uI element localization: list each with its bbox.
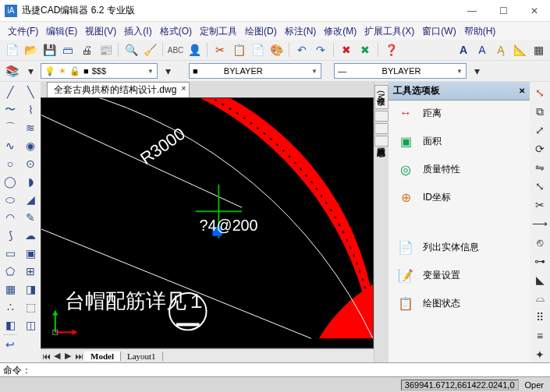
cut-icon[interactable]: ✂ — [211, 41, 229, 58]
menu-extended-tools[interactable]: 扩展工具(X) — [361, 23, 417, 40]
tab-nav-last[interactable]: ⏭ — [73, 351, 84, 361]
textstyle-a3-icon[interactable]: Ą — [492, 41, 509, 58]
palette-item-id[interactable]: ⊕ID坐标 — [392, 188, 527, 207]
wedge-icon[interactable]: ◢ — [22, 191, 39, 208]
move-icon[interactable]: ⤡ — [531, 85, 548, 101]
tab-nav-next[interactable]: ▶ — [62, 351, 73, 361]
new-icon[interactable]: 📄 — [3, 41, 20, 58]
circle3-icon[interactable]: ⊙ — [22, 155, 39, 172]
vtab-modify[interactable]: 修改(M) — [374, 85, 389, 109]
menu-format[interactable]: 格式(O) — [157, 23, 195, 40]
circle-icon[interactable]: ○ — [2, 155, 19, 172]
arc2-icon[interactable]: ◠ — [2, 209, 19, 226]
palette-header[interactable]: 工具选项板 ✕ — [389, 82, 530, 101]
menu-file[interactable]: 文件(F) — [5, 23, 41, 40]
stretch-icon[interactable]: ⤢ — [531, 122, 548, 139]
layer-combo[interactable]: 💡☀🔓■ $$$ ▼ — [41, 63, 158, 79]
revcloud-icon[interactable]: ☁ — [22, 227, 39, 244]
erase-green-icon[interactable]: ✖ — [357, 41, 374, 58]
vtab-inquiry[interactable]: 查询 — [374, 111, 389, 122]
palette-item-mass[interactable]: ◎质量特性 — [392, 160, 527, 178]
scale-icon[interactable]: ⤡ — [531, 178, 548, 195]
palette-item-distance[interactable]: ↔距离 — [392, 104, 527, 122]
rectangle-icon[interactable]: ▭ — [2, 245, 19, 262]
polygon-icon[interactable]: ⬠ — [2, 263, 19, 280]
tab-close-icon[interactable]: × — [182, 84, 186, 93]
gradient-icon[interactable]: ◨ — [22, 281, 39, 298]
tablestyle-icon[interactable]: ▦ — [530, 41, 547, 58]
spline-icon[interactable]: ∿ — [2, 137, 19, 154]
palette-item-area[interactable]: ▣面积 — [392, 132, 527, 150]
array-icon[interactable]: ⠿ — [531, 309, 548, 325]
menu-edit[interactable]: 编辑(E) — [43, 23, 80, 40]
linetype-combo[interactable]: — BYLAYER ▼ — [334, 63, 467, 79]
palette-item-status[interactable]: 📋绘图状态 — [392, 294, 527, 313]
help-icon[interactable]: ❓ — [382, 41, 399, 58]
match-icon[interactable]: 🎨 — [268, 41, 285, 58]
explode-icon[interactable]: ✦ — [531, 346, 548, 362]
circle2-icon[interactable]: ◯ — [2, 173, 19, 190]
line-icon[interactable]: ╱ — [2, 83, 19, 101]
palette-item-setvar[interactable]: 📝变量设置 — [392, 266, 527, 284]
erase-red-icon[interactable]: ✖ — [338, 41, 355, 58]
redo-icon[interactable]: ↷ — [312, 41, 329, 58]
join-icon[interactable]: ⊶ — [531, 253, 548, 269]
save-icon[interactable]: 💾 — [41, 41, 58, 58]
open-icon[interactable]: 📂 — [22, 41, 39, 58]
ellipse-icon[interactable]: ⬭ — [2, 191, 19, 208]
polyline-icon[interactable]: 〜 — [2, 101, 19, 118]
xline-icon[interactable]: ╲ — [22, 83, 39, 101]
mirror-icon[interactable]: ⇋ — [531, 160, 548, 176]
command-line[interactable]: 命令： — [0, 362, 550, 376]
menu-custom-tools[interactable]: 定制工具 — [197, 23, 240, 40]
block-icon[interactable]: ◧ — [2, 316, 19, 334]
menu-window[interactable]: 窗口(W) — [419, 23, 459, 40]
layer-manager-icon[interactable]: 📚 — [3, 62, 20, 79]
mline-icon[interactable]: ≋ — [22, 119, 39, 136]
extend-icon[interactable]: ⟶ — [531, 216, 548, 232]
status-coordinates[interactable]: 369941.6712,661422.0241,0 — [401, 380, 519, 390]
linetype-tool-icon[interactable]: ▾ — [468, 62, 485, 79]
menu-view[interactable]: 视图(V) — [82, 23, 119, 40]
undo-icon[interactable]: ↶ — [293, 41, 310, 58]
arc-icon[interactable]: ⌒ — [2, 119, 19, 136]
hatch-icon[interactable]: ▦ — [2, 281, 19, 298]
find-icon[interactable]: 🔍 — [122, 41, 140, 58]
menu-insert[interactable]: 插入(I) — [121, 23, 154, 40]
rotate-icon[interactable]: ⟳ — [531, 141, 548, 157]
menu-help[interactable]: 帮助(H) — [461, 23, 499, 40]
return-icon[interactable]: ↩ — [2, 336, 19, 353]
chamfer-icon[interactable]: ◣ — [531, 271, 548, 288]
layout1-tab[interactable]: Layout1 — [121, 351, 163, 361]
tab-nav-first[interactable]: ⏮ — [41, 351, 51, 361]
ray-icon[interactable]: ⌇ — [22, 101, 39, 118]
document-tab[interactable]: 全套古典拱桥的结构设计.dwg × — [47, 82, 190, 97]
copy-icon[interactable]: 📋 — [230, 41, 247, 58]
drawing-canvas[interactable]: R3000 ?4@200 台帽配筋详见１ — [41, 97, 374, 348]
audit-icon[interactable]: 👤 — [186, 41, 203, 58]
preview-icon[interactable]: 📰 — [97, 41, 114, 58]
vtab-view[interactable]: 视图 — [374, 123, 389, 134]
vtab-3dorbit[interactable]: 三维动态观察 — [374, 136, 389, 147]
spell-icon[interactable]: ABC — [167, 41, 184, 58]
maximize-button[interactable]: ☐ — [488, 0, 519, 22]
menu-dimension[interactable]: 标注(N) — [282, 23, 320, 40]
copy2-icon[interactable]: ⧉ — [531, 104, 548, 120]
break-icon[interactable]: ⎋ — [531, 235, 548, 251]
boundary-icon[interactable]: ⬚ — [22, 298, 39, 316]
close-button[interactable]: ✕ — [519, 0, 550, 22]
donut-icon[interactable]: ◉ — [22, 137, 39, 154]
status-mode[interactable]: Oper — [522, 380, 547, 390]
table-icon[interactable]: ⊞ — [22, 263, 39, 280]
saveall-icon[interactable]: 🗃 — [59, 41, 76, 58]
textstyle-a1-icon[interactable]: A — [455, 41, 472, 58]
menu-modify[interactable]: 修改(M) — [321, 23, 360, 40]
model-tab[interactable]: Model — [84, 351, 121, 361]
wipeout-icon[interactable]: ◫ — [22, 316, 39, 334]
layer-tool-icon[interactable]: ▾ — [159, 62, 176, 79]
palette-item-list[interactable]: 📄列出实体信息 — [392, 238, 527, 256]
paste-icon[interactable]: 📄 — [249, 41, 266, 58]
palette-close-icon[interactable]: ✕ — [519, 87, 525, 95]
dimstyle-icon[interactable]: 📐 — [511, 41, 528, 58]
minimize-button[interactable]: — — [456, 0, 488, 22]
